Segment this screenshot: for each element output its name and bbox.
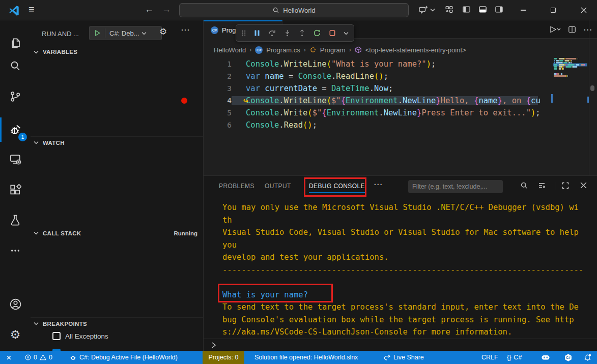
language-indicator[interactable]: {} C# xyxy=(507,351,522,364)
code-line-4[interactable]: 4↪Console.WriteLine($"{Environment.NewLi… xyxy=(204,95,597,107)
clear-all-icon[interactable] xyxy=(537,181,546,190)
solution-status[interactable]: Solution file opened: HelloWorld.slnx xyxy=(254,351,358,364)
code-line-1[interactable]: 1Console.WriteLine("What is your name?")… xyxy=(204,58,597,70)
live-share-status[interactable]: Live Share xyxy=(383,351,424,364)
debug-config-dropdown[interactable]: C#: Deb... xyxy=(89,26,162,40)
maximize-panel-icon[interactable] xyxy=(561,181,570,190)
breakpoints-section-header[interactable]: BREAKPOINTS xyxy=(31,317,204,329)
step-over-icon[interactable] xyxy=(268,29,276,37)
search-sidebar-icon[interactable] xyxy=(3,54,27,78)
search-box[interactable]: HelloWorld xyxy=(179,3,409,17)
code-line-2[interactable]: 2var name = Console.ReadLine(); xyxy=(204,70,597,82)
code-line-3[interactable]: 3var currentDate = DateTime.Now; xyxy=(204,82,597,95)
customize-layout-icon[interactable] xyxy=(445,5,453,14)
stop-dropdown-chevron-icon[interactable] xyxy=(344,32,349,35)
minimize-button[interactable] xyxy=(511,0,535,20)
brackets-glyph: {} xyxy=(507,354,511,361)
menu-icon[interactable]: ≡ xyxy=(29,4,35,15)
extensions-icon[interactable] xyxy=(3,177,27,202)
breadcrumb-entry-point[interactable]: <top-level-statements-entry-point> xyxy=(365,46,466,54)
debug-status[interactable]: C#: Debug Active File (HelloWorld) xyxy=(69,351,178,364)
problems-status[interactable]: 0 0 xyxy=(24,351,52,364)
toggle-primary-sidebar-icon[interactable] xyxy=(462,5,471,14)
testing-icon[interactable] xyxy=(3,208,27,232)
notifications-bell-icon[interactable] xyxy=(583,351,592,364)
run-or-debug-icon[interactable] xyxy=(550,26,561,33)
console-line: You may only use the Microsoft Visual St… xyxy=(222,201,583,214)
tab-problems[interactable]: PROBLEMS xyxy=(219,183,254,190)
more-views-icon[interactable] xyxy=(3,238,27,263)
checkbox-unchecked[interactable] xyxy=(52,332,61,340)
source-control-icon[interactable] xyxy=(3,84,27,109)
debug-console-input[interactable] xyxy=(204,339,597,351)
pause-icon[interactable] xyxy=(253,29,261,37)
copilot-status-icon[interactable] xyxy=(541,351,551,364)
stop-icon[interactable] xyxy=(328,29,336,37)
toggle-secondary-sidebar-icon[interactable] xyxy=(495,5,503,14)
start-debug-icon[interactable] xyxy=(90,29,105,37)
toolbar-drag-handle[interactable] xyxy=(241,29,246,37)
activity-bar: 1 ⚙ xyxy=(0,20,31,351)
error-count: 0 xyxy=(34,354,37,361)
breadcrumb-folder[interactable]: HelloWorld xyxy=(214,46,246,54)
run-and-debug-sidebar: RUN AND ... C#: Deb... ⚙ ⋯ VARIABLES WAT… xyxy=(31,20,204,351)
section-label: WATCH xyxy=(43,140,65,146)
tab-output[interactable]: OUTPUT xyxy=(265,183,291,190)
restart-icon[interactable] xyxy=(313,29,321,37)
breakpoint-label: All Exceptions xyxy=(65,332,108,340)
variables-section-header[interactable]: VARIABLES xyxy=(31,46,204,58)
maximize-button[interactable] xyxy=(542,0,565,20)
breakpoint-item[interactable]: All Exceptions xyxy=(52,329,108,343)
symbol-namespace-icon xyxy=(355,46,362,53)
tab-debug-console[interactable]: DEBUG CONSOLE xyxy=(309,183,365,193)
step-into-icon[interactable] xyxy=(283,29,291,37)
scrollbar-slider[interactable] xyxy=(590,85,594,91)
code-area[interactable]: 1Console.WriteLine("What is your name?")… xyxy=(204,58,597,131)
run-and-debug-icon[interactable]: 1 xyxy=(3,117,27,142)
breadcrumb-file[interactable]: Program.cs xyxy=(266,46,300,54)
breadcrumb-symbol[interactable]: Program xyxy=(320,46,346,54)
debug-more-actions-icon[interactable]: ⋯ xyxy=(181,24,190,36)
minimap[interactable] xyxy=(553,58,587,88)
console-line: develop and test your applications. xyxy=(222,251,583,264)
debug-badge: 1 xyxy=(18,133,27,141)
copilot-chevron-icon[interactable] xyxy=(430,8,435,12)
back-icon[interactable]: ← xyxy=(145,4,154,15)
eol-indicator[interactable]: CRLF xyxy=(481,351,498,364)
console-filter-input[interactable] xyxy=(408,180,503,193)
debug-config-label: C#: Deb... xyxy=(105,29,141,37)
editor-more-actions-icon[interactable]: ⋯ xyxy=(583,24,592,35)
panel-more-tabs-icon[interactable]: ⋯ xyxy=(374,179,382,190)
filter-search-icon[interactable] xyxy=(520,181,528,190)
projects-status[interactable]: Projects: 0 xyxy=(203,351,244,364)
code-line-6[interactable]: 6Console.Read(); xyxy=(204,119,597,131)
remote-indicator[interactable] xyxy=(5,351,13,364)
chevron-down-icon xyxy=(141,32,147,35)
step-out-icon[interactable] xyxy=(298,29,306,37)
remote-explorer-icon[interactable] xyxy=(3,147,27,171)
call-stack-status: Running xyxy=(174,230,197,236)
debug-console-output[interactable]: You may only use the Microsoft Visual St… xyxy=(222,201,583,339)
close-panel-icon[interactable] xyxy=(580,182,587,189)
forward-icon[interactable]: → xyxy=(162,4,171,15)
csharp-devkit-status-icon[interactable]: C# xyxy=(564,351,573,364)
breakpoint-item[interactable]: ✓User-Unhandled Exceptions xyxy=(52,346,151,351)
settings-gear-icon[interactable]: ⚙ xyxy=(3,322,27,347)
csharp-file-icon: C# xyxy=(211,26,218,34)
divider xyxy=(589,20,589,175)
toggle-panel-icon[interactable] xyxy=(478,5,487,14)
explorer-icon[interactable] xyxy=(3,30,27,54)
language-label: C# xyxy=(514,354,522,361)
close-button[interactable] xyxy=(572,0,595,20)
split-editor-icon[interactable] xyxy=(568,25,576,34)
watch-section-header[interactable]: WATCH xyxy=(31,136,204,148)
console-line: ----------------------------------------… xyxy=(222,264,583,277)
account-icon[interactable] xyxy=(3,292,27,316)
code-line-5[interactable]: 5Console.Write($"{Environment.NewLine}Pr… xyxy=(204,107,597,119)
breakpoint-dot[interactable] xyxy=(181,98,187,104)
breadcrumb-separator: › xyxy=(304,46,306,53)
chevron-down-icon xyxy=(34,50,39,54)
debug-settings-gear-icon[interactable]: ⚙ xyxy=(159,26,167,37)
copilot-icon[interactable] xyxy=(418,5,428,15)
call-stack-section-header[interactable]: CALL STACK Running xyxy=(31,227,204,239)
